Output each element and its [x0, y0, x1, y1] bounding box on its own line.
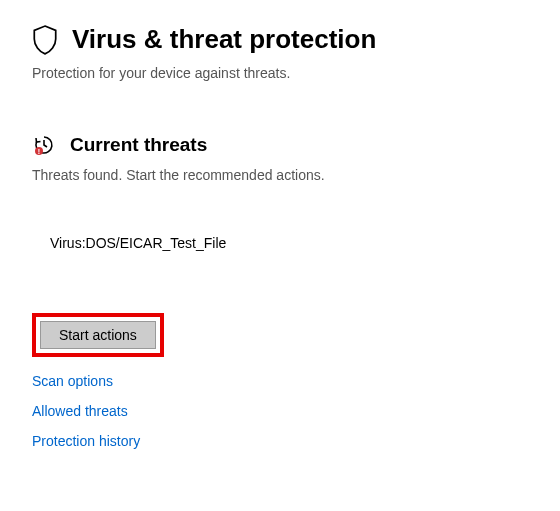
page-subtitle: Protection for your device against threa…	[32, 65, 528, 81]
current-threats-subtitle: Threats found. Start the recommended act…	[32, 167, 528, 183]
page-header: Virus & threat protection	[32, 24, 528, 55]
start-actions-highlight: Start actions	[32, 313, 164, 357]
svg-text:!: !	[38, 148, 40, 155]
threat-item: Virus:DOS/EICAR_Test_File	[50, 235, 528, 251]
allowed-threats-link[interactable]: Allowed threats	[32, 403, 128, 419]
history-alert-icon: !	[32, 133, 56, 157]
links-section: Scan options Allowed threats Protection …	[32, 373, 528, 449]
scan-options-link[interactable]: Scan options	[32, 373, 113, 389]
page-title: Virus & threat protection	[72, 24, 376, 55]
start-actions-button[interactable]: Start actions	[40, 321, 156, 349]
current-threats-header: ! Current threats	[32, 133, 528, 157]
current-threats-title: Current threats	[70, 134, 207, 156]
protection-history-link[interactable]: Protection history	[32, 433, 140, 449]
shield-icon	[32, 25, 58, 55]
